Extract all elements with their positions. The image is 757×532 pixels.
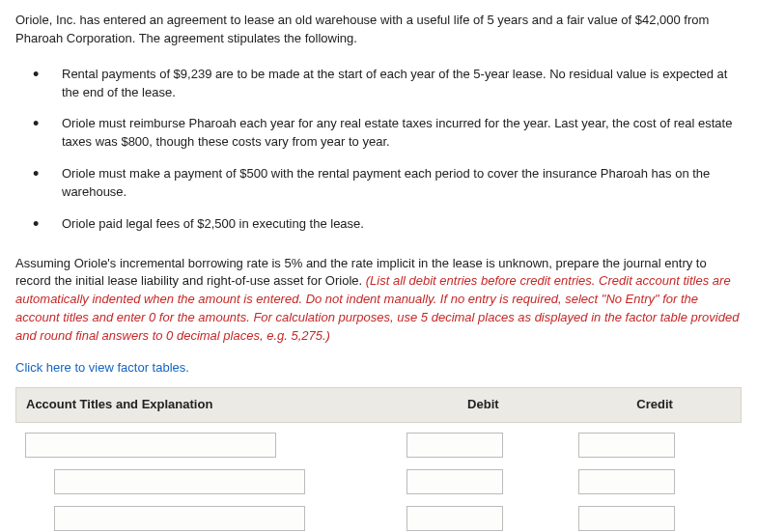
account-title-input[interactable]: [54, 506, 305, 531]
journal-entry-rows: [15, 427, 742, 533]
table-row: [15, 463, 742, 500]
list-item: Rental payments of $9,239 are to be made…: [33, 66, 742, 102]
list-item: Oriole paid legal fees of $2,500 in exec…: [33, 215, 742, 234]
account-title-input[interactable]: [25, 433, 276, 458]
debit-input[interactable]: [407, 469, 503, 494]
table-row: [15, 500, 742, 533]
header-credit: Credit: [569, 388, 741, 422]
list-item: Oriole must reimburse Pharoah each year …: [33, 115, 742, 152]
header-debit: Debit: [397, 388, 569, 422]
debit-input[interactable]: [407, 506, 503, 531]
credit-input[interactable]: [578, 469, 675, 494]
header-account: Account Titles and Explanation: [16, 388, 397, 422]
problem-intro: Oriole, Inc. has entered an agreement to…: [15, 12, 742, 48]
stipulation-list: Rental payments of $9,239 are to be made…: [15, 66, 742, 234]
table-row: [15, 427, 742, 463]
factor-tables-link[interactable]: Click here to view factor tables.: [15, 359, 189, 378]
credit-input[interactable]: [578, 433, 675, 458]
credit-input[interactable]: [578, 506, 675, 531]
debit-input[interactable]: [407, 433, 503, 458]
journal-header-row: Account Titles and Explanation Debit Cre…: [15, 387, 742, 423]
instructions-paragraph: Assuming Oriole's incremental borrowing …: [15, 255, 742, 346]
account-title-input[interactable]: [54, 469, 305, 494]
list-item: Oriole must make a payment of $500 with …: [33, 165, 742, 202]
